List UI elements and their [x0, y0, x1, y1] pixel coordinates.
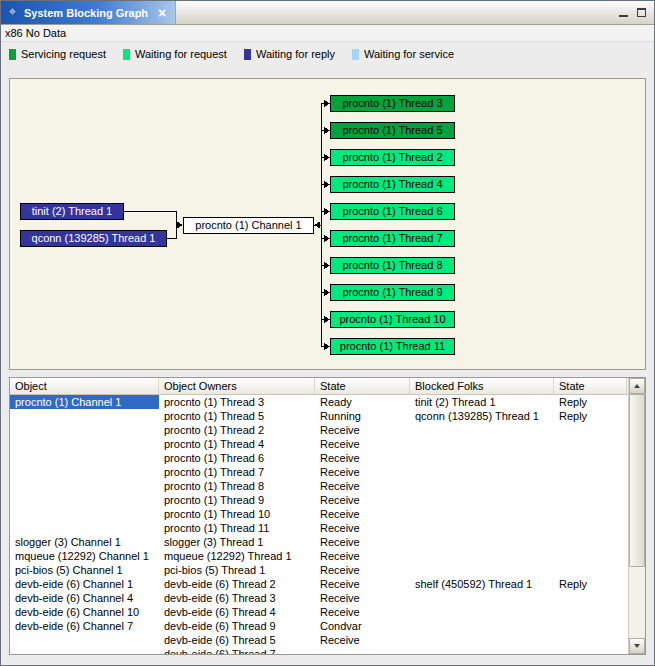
graph-node-channel[interactable]: procnto (1) Channel 1 — [183, 217, 314, 234]
scroll-down-button[interactable] — [629, 638, 645, 654]
table-cell[interactable] — [10, 479, 159, 493]
table-cell[interactable]: Reply — [554, 409, 627, 423]
column-header[interactable]: State — [315, 378, 410, 394]
table-cell[interactable] — [410, 605, 554, 619]
table-cell[interactable] — [10, 465, 159, 479]
table-cell[interactable] — [554, 647, 627, 654]
table-cell[interactable]: Receive — [315, 549, 410, 563]
table-row[interactable]: procnto (1) Thread 7Receive — [10, 465, 628, 479]
table-cell[interactable] — [554, 633, 627, 647]
close-icon[interactable]: × — [158, 6, 166, 20]
table-cell[interactable]: devb-eide (6) Thread 5 — [159, 633, 315, 647]
table-cell[interactable]: devb-eide (6) Thread 7 — [159, 647, 315, 654]
graph-node-thread[interactable]: procnto (1) Thread 6 — [330, 203, 455, 220]
graph-node-thread[interactable]: procnto (1) Thread 3 — [330, 95, 455, 112]
maximize-icon[interactable] — [637, 8, 646, 17]
table-cell[interactable]: devb-eide (6) Thread 9 — [159, 619, 315, 633]
table-cell[interactable] — [10, 423, 159, 437]
table-cell[interactable]: procnto (1) Thread 7 — [159, 465, 315, 479]
table-cell[interactable] — [410, 465, 554, 479]
table-cell[interactable] — [410, 591, 554, 605]
table-cell[interactable] — [554, 423, 627, 437]
table-cell[interactable] — [10, 633, 159, 647]
table-cell[interactable]: Receive — [315, 507, 410, 521]
table-cell[interactable]: procnto (1) Thread 3 — [159, 395, 315, 409]
table-cell[interactable]: Receive — [315, 535, 410, 549]
table-cell[interactable] — [410, 535, 554, 549]
graph-node-thread[interactable]: procnto (1) Thread 9 — [330, 284, 455, 301]
table-cell[interactable]: Receive — [315, 521, 410, 535]
table-cell[interactable]: Reply — [554, 577, 627, 591]
table-cell[interactable] — [554, 465, 627, 479]
table-row[interactable]: devb-eide (6) Thread 7 — [10, 647, 628, 654]
view-tab[interactable]: System Blocking Graph × — [1, 1, 176, 24]
column-header[interactable]: Blocked Folks — [410, 378, 554, 394]
table-cell[interactable] — [410, 619, 554, 633]
table-cell[interactable]: Receive — [315, 465, 410, 479]
table-cell[interactable]: Running — [315, 409, 410, 423]
table-cell[interactable] — [410, 633, 554, 647]
table-scrollbar[interactable] — [628, 378, 645, 654]
table-cell[interactable]: procnto (1) Thread 6 — [159, 451, 315, 465]
table-cell[interactable]: procnto (1) Thread 2 — [159, 423, 315, 437]
table-cell[interactable]: mqueue (12292) Channel 1 — [10, 549, 159, 563]
table-cell[interactable] — [10, 521, 159, 535]
graph-node-client[interactable]: qconn (139285) Thread 1 — [20, 230, 167, 247]
table-cell[interactable]: procnto (1) Thread 4 — [159, 437, 315, 451]
table-cell[interactable] — [10, 437, 159, 451]
table-row[interactable]: procnto (1) Thread 11Receive — [10, 521, 628, 535]
column-header[interactable]: Object Owners — [159, 378, 315, 394]
table-cell[interactable]: Receive — [315, 591, 410, 605]
table-cell[interactable] — [410, 479, 554, 493]
table-row[interactable]: procnto (1) Channel 1procnto (1) Thread … — [10, 395, 628, 409]
table-cell[interactable] — [315, 647, 410, 654]
graph-node-thread[interactable]: procnto (1) Thread 8 — [330, 257, 455, 274]
table-cell[interactable]: procnto (1) Thread 5 — [159, 409, 315, 423]
table-cell[interactable]: Receive — [315, 577, 410, 591]
table-cell[interactable] — [554, 521, 627, 535]
table-cell[interactable] — [554, 549, 627, 563]
column-header[interactable]: Object — [10, 378, 159, 394]
table-cell[interactable]: Receive — [315, 563, 410, 577]
table-cell[interactable] — [10, 647, 159, 654]
table-cell[interactable]: devb-eide (6) Thread 2 — [159, 577, 315, 591]
scroll-up-button[interactable] — [629, 378, 645, 394]
graph-node-thread[interactable]: procnto (1) Thread 11 — [330, 338, 455, 355]
table-cell[interactable] — [554, 451, 627, 465]
table-cell[interactable]: mqueue (12292) Thread 1 — [159, 549, 315, 563]
graph-node-thread[interactable]: procnto (1) Thread 5 — [330, 122, 455, 139]
table-row[interactable]: devb-eide (6) Channel 10devb-eide (6) Th… — [10, 605, 628, 619]
table-cell[interactable]: slogger (3) Channel 1 — [10, 535, 159, 549]
table-cell[interactable] — [410, 507, 554, 521]
table-row[interactable]: slogger (3) Channel 1slogger (3) Thread … — [10, 535, 628, 549]
table-row[interactable]: devb-eide (6) Channel 7devb-eide (6) Thr… — [10, 619, 628, 633]
table-row[interactable]: procnto (1) Thread 4Receive — [10, 437, 628, 451]
scrollbar-thumb[interactable] — [629, 394, 645, 567]
table-cell[interactable] — [410, 423, 554, 437]
table-cell[interactable]: Ready — [315, 395, 410, 409]
table-cell[interactable]: procnto (1) Thread 9 — [159, 493, 315, 507]
table-cell[interactable] — [10, 409, 159, 423]
table-cell[interactable]: devb-eide (6) Channel 10 — [10, 605, 159, 619]
table-cell[interactable] — [554, 479, 627, 493]
table-cell[interactable] — [410, 451, 554, 465]
table-cell[interactable]: devb-eide (6) Channel 7 — [10, 619, 159, 633]
table-cell[interactable] — [554, 605, 627, 619]
table-cell[interactable] — [554, 535, 627, 549]
table-cell[interactable]: Receive — [315, 493, 410, 507]
table-cell[interactable]: qconn (139285) Thread 1 — [410, 409, 554, 423]
table-cell[interactable] — [554, 493, 627, 507]
table-cell[interactable] — [410, 549, 554, 563]
table-cell[interactable] — [554, 591, 627, 605]
graph-node-thread[interactable]: procnto (1) Thread 2 — [330, 149, 455, 166]
scrollbar-track[interactable] — [629, 394, 645, 638]
graph-node-thread[interactable]: procnto (1) Thread 4 — [330, 176, 455, 193]
table-cell[interactable]: procnto (1) Thread 8 — [159, 479, 315, 493]
table-cell[interactable] — [410, 647, 554, 654]
table-cell[interactable]: Condvar — [315, 619, 410, 633]
table-cell[interactable] — [410, 437, 554, 451]
table-cell[interactable]: Receive — [315, 633, 410, 647]
table-cell[interactable]: procnto (1) Channel 1 — [10, 395, 159, 409]
table-row[interactable]: pci-bios (5) Channel 1pci-bios (5) Threa… — [10, 563, 628, 577]
table-cell[interactable]: procnto (1) Thread 10 — [159, 507, 315, 521]
